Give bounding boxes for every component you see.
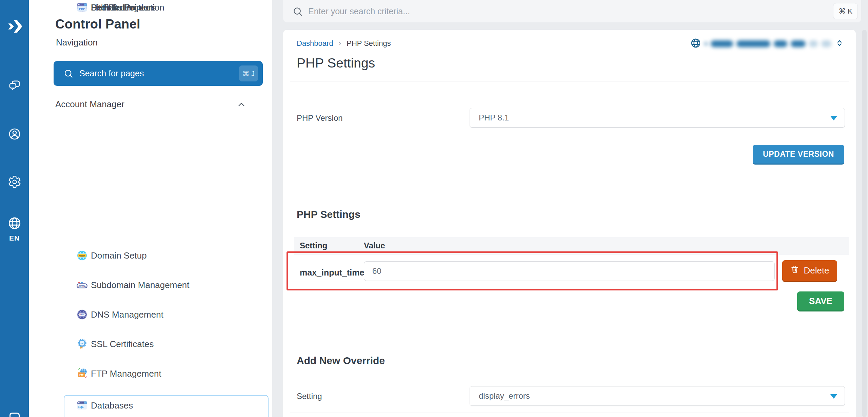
override-setting-label: Setting	[297, 392, 322, 401]
breadcrumb: Dashboard › PHP Settings	[297, 39, 391, 48]
override-setting-value: display_errors	[479, 391, 530, 401]
svg-text:FTP: FTP	[79, 374, 84, 376]
section-divider	[290, 81, 849, 81]
section-divider	[290, 413, 849, 413]
navigation-panel: Control Panel Navigation Search for page…	[29, 0, 272, 417]
nav-search-shortcut: ⌘ J	[239, 65, 258, 81]
update-version-button[interactable]: UPDATE VERSION	[753, 145, 844, 164]
search-icon	[292, 6, 303, 19]
svg-text:DNS: DNS	[79, 314, 84, 316]
user-account-icon[interactable]	[7, 127, 22, 141]
sidebar-item-subdomain-management[interactable]: //www. Subdomain Management	[29, 278, 272, 292]
delete-button-label: Delete	[804, 265, 829, 276]
globe-icon	[690, 38, 701, 50]
section-account-manager[interactable]: Account Manager	[55, 97, 263, 112]
redacted-domain-blur	[791, 40, 806, 47]
page-scrollbar[interactable]	[862, 30, 867, 417]
global-search-input[interactable]	[308, 4, 776, 18]
panel-subtitle: Navigation	[56, 37, 98, 48]
global-search-shortcut: ⌘ K	[833, 3, 858, 19]
override-setting-select[interactable]: display_errors	[470, 386, 845, 406]
svg-text:www: www	[79, 254, 85, 257]
settings-gear-icon[interactable]	[7, 174, 22, 189]
svg-text:SQL: SQL	[78, 405, 84, 409]
sidebar-item-domain-setup[interactable]: www Domain Setup	[29, 248, 272, 263]
dns-management-icon: DNS	[76, 308, 88, 321]
section-label: Account Manager	[55, 99, 124, 110]
sidebar-item-dns-management[interactable]: DNS DNS Management	[29, 307, 272, 322]
table-header: Setting Value	[294, 237, 849, 255]
redacted-domain-blur	[736, 40, 770, 47]
rail-bottom-partial-icon[interactable]	[9, 413, 20, 417]
nav-search-button[interactable]: Search for pages ⌘ J	[54, 61, 263, 86]
sidebar-item-ssl-certificates[interactable]: SSL SSL Certificates	[29, 337, 272, 352]
chevron-up-icon[interactable]	[236, 99, 246, 111]
breadcrumb-separator: ›	[339, 39, 341, 48]
chevron-up-down-icon	[835, 38, 844, 49]
setting-name: max_input_time	[300, 268, 364, 278]
php-version-value: PHP 8.1	[479, 113, 509, 122]
content-card: Dashboard › PHP Settings PHP Settings PH…	[283, 30, 856, 417]
language-globe-icon[interactable]	[7, 216, 22, 231]
support-chat-icon[interactable]	[7, 78, 22, 93]
dropdown-caret-icon	[830, 116, 837, 120]
dropdown-caret-icon	[830, 394, 837, 399]
page-title: PHP Settings	[297, 56, 375, 71]
delete-button[interactable]: Delete	[782, 260, 837, 281]
svg-text:SSL: SSL	[80, 342, 84, 344]
save-button[interactable]: SAVE	[797, 291, 844, 310]
column-setting: Setting	[300, 241, 327, 250]
redacted-domain-blur	[774, 40, 787, 47]
redacted-domain-blur	[821, 40, 831, 47]
databases-icon: SQL	[76, 399, 88, 412]
svg-text:PHP: PHP	[79, 7, 85, 11]
search-icon	[63, 68, 74, 80]
setting-value-input[interactable]	[364, 261, 775, 281]
redacted-domain-blur	[809, 40, 818, 47]
subdomain-management-icon: //www.	[76, 279, 88, 291]
app-rail: EN	[0, 0, 29, 417]
ftp-management-icon: FTP	[76, 367, 88, 380]
panel-title: Control Panel	[55, 17, 140, 32]
override-section-title: Add New Override	[297, 355, 385, 366]
sidebar-item-ftp-management[interactable]: FTP FTP Management	[29, 366, 272, 381]
directadmin-logo[interactable]	[6, 18, 23, 35]
sidebar-item-databases[interactable]: SQL Databases	[29, 398, 272, 413]
nav-search-label: Search for pages	[79, 69, 144, 78]
svg-text://www.: //www.	[78, 285, 85, 287]
column-value: Value	[364, 241, 385, 250]
php-version-label: PHP Version	[297, 113, 343, 123]
redacted-domain-blur	[711, 40, 733, 47]
breadcrumb-current: PHP Settings	[347, 39, 391, 48]
language-code-label[interactable]: EN	[0, 234, 29, 242]
sidebar-item-php-settings[interactable]: PHP PHP Settings	[29, 0, 272, 15]
php-settings-icon: PHP	[76, 1, 88, 14]
ssl-certificates-icon: SSL	[76, 338, 88, 350]
breadcrumb-dashboard-link[interactable]: Dashboard	[297, 39, 333, 48]
trash-icon	[790, 265, 800, 277]
php-version-select[interactable]: PHP 8.1	[470, 108, 845, 128]
domain-setup-icon: www	[76, 249, 88, 262]
redacted-domain-blur	[705, 42, 707, 45]
php-settings-section-title: PHP Settings	[297, 209, 360, 220]
domain-selector[interactable]	[690, 37, 844, 51]
global-search-bar: ⌘ K	[283, 0, 861, 22]
